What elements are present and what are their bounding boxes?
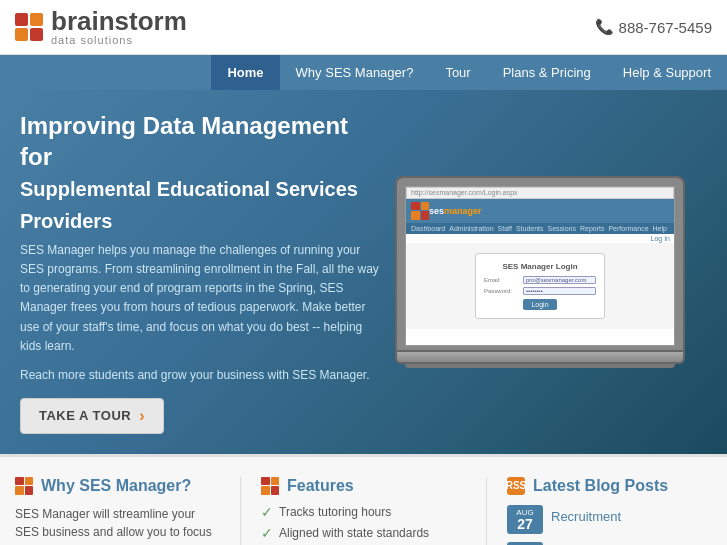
arrow-icon: › [139,407,145,425]
screen-nav-dashboard: Dashboard [411,225,445,232]
features-column: Features ✓Tracks tutoring hours ✓Aligned… [261,477,466,545]
features-icon [261,477,279,495]
hero-image: http://sesmanager.com/Login.aspx sesmana… [380,176,700,368]
screen-nav-perf: Performance [608,225,648,232]
rss-icon: RSS [507,477,525,495]
laptop-mockup: http://sesmanager.com/Login.aspx sesmana… [395,176,685,368]
feature-item-1: ✓Tracks tutoring hours [261,505,466,520]
check-icon-1: ✓ [261,504,273,520]
laptop-screen-inner: http://sesmanager.com/Login.aspx sesmana… [405,186,675,346]
screen-login-button[interactable]: Login [523,299,556,310]
blog-day-1: 27 [512,517,538,531]
laptop-base [395,352,685,364]
screen-email-label: Email: [484,277,520,283]
feature-text-2: Aligned with state standards [279,526,429,540]
logo-area: brainstorm data solutions [15,8,187,46]
screen-nav-sessions: Sessions [548,225,576,232]
laptop-foot [405,364,675,368]
blog-column: RSS Latest Blog Posts AUG 27 Recruitment… [507,477,712,545]
screen-login-title: SES Manager Login [484,262,596,271]
screen-brand: sesmanager [429,206,482,216]
take-tour-button[interactable]: TAKE A TOUR › [20,398,164,434]
features-header: Features [261,477,466,495]
why-ses-title: Why SES Manager? [41,477,191,495]
blog-header: RSS Latest Blog Posts [507,477,712,495]
nav-why-ses[interactable]: Why SES Manager? [280,55,430,90]
screen-url-bar: http://sesmanager.com/Login.aspx [406,187,674,199]
screen-nav-admin: Administration [449,225,493,232]
tour-btn-label: TAKE A TOUR [39,408,131,423]
blog-title: Latest Blog Posts [533,477,668,495]
phone-number: 888-767-5459 [619,19,712,36]
screen-nav: Dashboard Administration Staff Students … [406,223,674,234]
hero-title-line2: Supplemental Educational Services Provid… [20,178,358,231]
nav-tour[interactable]: Tour [429,55,486,90]
hero-text: Improving Data Management for Supplement… [20,110,380,434]
screen-password-field: Password: •••••••• [484,287,596,295]
site-header: brainstorm data solutions 📞 888-767-5459 [0,0,727,55]
blog-item-1: AUG 27 Recruitment [507,505,712,534]
why-ses-header: Why SES Manager? [15,477,220,495]
blog-date-1: AUG 27 [507,505,543,534]
logo-icon [15,13,43,41]
logo-text: brainstorm data solutions [51,8,187,46]
features-list: ✓Tracks tutoring hours ✓Aligned with sta… [261,505,466,545]
screen-pass-label: Password: [484,288,520,294]
hero-title-line1: Improving Data Management for [20,112,348,170]
phone-area: 📞 888-767-5459 [595,18,712,36]
screen-nav-help: Help [653,225,667,232]
nav-help[interactable]: Help & Support [607,55,727,90]
screen-email-field: Email: pro@sesmanager.com [484,276,596,284]
nav-home[interactable]: Home [211,55,279,90]
feature-text-1: Tracks tutoring hours [279,505,391,519]
logo-brand: brainstorm [51,8,187,34]
screen-header: sesmanager [406,199,674,223]
hero-title: Improving Data Management for Supplement… [20,110,380,235]
hero-description: SES Manager helps you manage the challen… [20,241,380,356]
column-divider-1 [240,477,241,545]
phone-icon: 📞 [595,18,614,36]
screen-nav-students: Students [516,225,544,232]
features-section: Why SES Manager? SES Manager will stream… [0,454,727,545]
screen-login-link[interactable]: Log In [406,234,674,243]
screen-url-text: http://sesmanager.com/Login.aspx [411,189,518,196]
main-nav: Home Why SES Manager? Tour Plans & Prici… [0,55,727,90]
screen-login-box: SES Manager Login Email: pro@sesmanager.… [475,253,605,319]
screen-body: SES Manager Login Email: pro@sesmanager.… [406,243,674,329]
why-ses-column: Why SES Manager? SES Manager will stream… [15,477,220,545]
why-ses-desc: SES Manager will streamline your SES bus… [15,505,220,545]
nav-plans[interactable]: Plans & Pricing [487,55,607,90]
hero-reach: Reach more students and grow your busine… [20,368,380,382]
laptop-screen-outer: http://sesmanager.com/Login.aspx sesmana… [395,176,685,352]
hero-section: Improving Data Management for Supplement… [0,90,727,454]
check-icon-2: ✓ [261,525,273,541]
features-title: Features [287,477,354,495]
why-ses-icon [15,477,33,495]
blog-link-1[interactable]: Recruitment [551,509,621,524]
column-divider-2 [486,477,487,545]
screen-nav-staff: Staff [498,225,512,232]
screen-nav-reports: Reports [580,225,605,232]
ses-logo-icon [411,202,429,220]
screen-pass-input[interactable]: •••••••• [523,287,596,295]
feature-item-2: ✓Aligned with state standards [261,526,466,541]
screen-email-input[interactable]: pro@sesmanager.com [523,276,596,284]
blog-list: AUG 27 Recruitment AUG 18 Training JUL 2… [507,505,712,545]
